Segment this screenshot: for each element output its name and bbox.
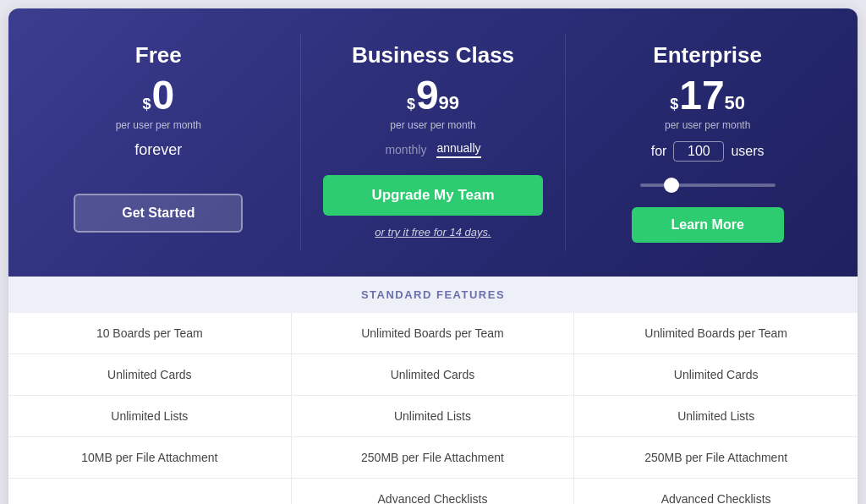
business-price-main: 9 xyxy=(416,75,439,116)
feature-cell-free-1: Unlimited Cards xyxy=(8,354,292,395)
feature-rows: 10 Boards per TeamUnlimited Boards per T… xyxy=(8,313,858,504)
feature-cell-free-4 xyxy=(8,479,292,504)
feature-row-0: 10 Boards per TeamUnlimited Boards per T… xyxy=(8,313,858,354)
feature-cell-business-3: 250MB per File Attachment xyxy=(292,437,575,478)
monthly-option[interactable]: monthly xyxy=(385,143,426,156)
business-price-cents: 99 xyxy=(439,92,459,114)
feature-cell-enterprise-4: Advanced Checklists xyxy=(574,479,858,504)
feature-cell-business-0: Unlimited Boards per Team xyxy=(292,313,575,353)
enterprise-plan: Enterprise $ 17 50 per user per month fo… xyxy=(574,34,841,251)
features-section: STANDARD FEATURES 10 Boards per TeamUnli… xyxy=(8,277,858,504)
feature-cell-free-2: Unlimited Lists xyxy=(8,396,292,436)
feature-cell-enterprise-2: Unlimited Lists xyxy=(574,396,858,436)
enterprise-plan-name: Enterprise xyxy=(653,42,762,68)
enterprise-cta-button[interactable]: Learn More xyxy=(632,207,784,243)
free-plan: Free $ 0 per user per month forever Get … xyxy=(25,34,292,251)
feature-cell-enterprise-1: Unlimited Cards xyxy=(574,354,858,395)
feature-cell-free-3: 10MB per File Attachment xyxy=(8,437,292,478)
feature-cell-business-4: Advanced Checklists xyxy=(292,479,575,504)
feature-cell-free-0: 10 Boards per Team xyxy=(8,313,292,353)
free-price-sign: $ xyxy=(142,96,151,113)
enterprise-price-period: per user per month xyxy=(665,119,750,131)
free-cta-button[interactable]: Get Started xyxy=(74,194,243,233)
feature-cell-business-2: Unlimited Lists xyxy=(292,396,575,436)
business-plan-price: $ 9 99 xyxy=(407,75,459,116)
user-slider-container xyxy=(640,175,776,190)
feature-cell-enterprise-0: Unlimited Boards per Team xyxy=(574,313,858,353)
features-header: STANDARD FEATURES xyxy=(8,277,858,313)
user-selector: for users xyxy=(651,141,765,162)
free-plan-price: $ 0 xyxy=(142,75,174,116)
feature-row-1: Unlimited CardsUnlimited CardsUnlimited … xyxy=(8,354,858,396)
enterprise-price-sign: $ xyxy=(670,96,678,113)
business-cta-button[interactable]: Upgrade My Team xyxy=(323,175,543,216)
for-label: for xyxy=(651,144,667,159)
business-plan: Business Class $ 9 99 per user per month… xyxy=(300,34,567,251)
enterprise-plan-price: $ 17 50 xyxy=(670,75,745,116)
free-subtitle: forever xyxy=(134,141,182,159)
user-slider[interactable] xyxy=(640,184,776,187)
user-count-input[interactable] xyxy=(673,141,724,162)
business-plan-name: Business Class xyxy=(352,42,514,68)
feature-cell-enterprise-3: 250MB per File Attachment xyxy=(574,437,858,478)
feature-row-2: Unlimited ListsUnlimited ListsUnlimited … xyxy=(8,396,858,437)
billing-toggle: monthly annually xyxy=(385,141,480,158)
free-price-period: per user per month xyxy=(116,119,201,131)
feature-row-4: Advanced ChecklistsAdvanced Checklists xyxy=(8,479,858,504)
enterprise-price-cents: 50 xyxy=(725,92,745,114)
business-price-sign: $ xyxy=(407,96,415,113)
business-price-period: per user per month xyxy=(390,119,475,131)
free-price-main: 0 xyxy=(151,75,174,116)
users-label: users xyxy=(731,144,764,159)
free-plan-name: Free xyxy=(135,42,182,68)
feature-cell-business-1: Unlimited Cards xyxy=(292,354,575,395)
try-free-link[interactable]: or try it free for 14 days. xyxy=(375,226,491,238)
pricing-header: Free $ 0 per user per month forever Get … xyxy=(8,8,858,277)
enterprise-price-main: 17 xyxy=(679,75,724,116)
feature-row-3: 10MB per File Attachment250MB per File A… xyxy=(8,437,858,479)
annually-option[interactable]: annually xyxy=(436,141,480,158)
pricing-container: Free $ 0 per user per month forever Get … xyxy=(8,8,858,504)
